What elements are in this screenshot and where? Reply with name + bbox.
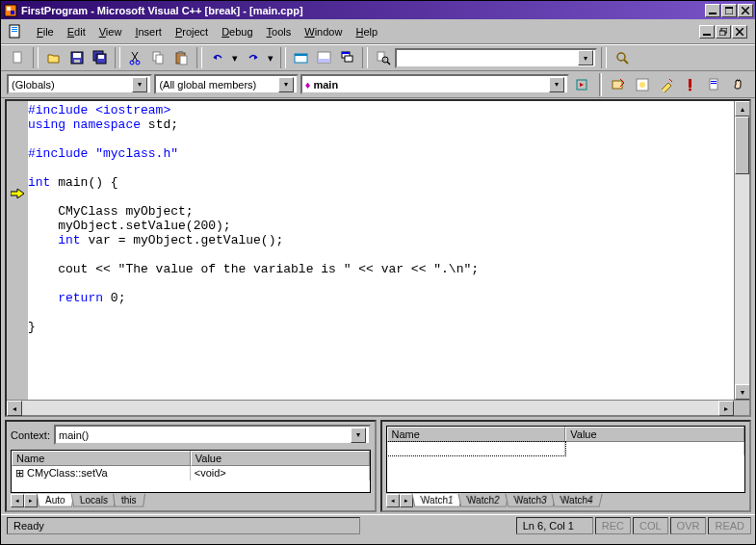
minimize-button[interactable] [705,4,720,17]
cell-value[interactable]: <void> [191,466,370,480]
svg-rect-1 [7,7,11,11]
menu-tools[interactable]: Tools [260,23,299,40]
open-button[interactable] [42,47,65,68]
scope-combo[interactable]: (Globals)▾ [7,74,152,94]
window-list-button[interactable] [336,47,358,68]
vertical-scrollbar[interactable]: ▴ ▾ [734,101,749,400]
close-button[interactable] [738,4,753,17]
tab-scroll-right[interactable]: ▸ [24,494,38,507]
undo-button[interactable] [206,47,228,68]
tab-locals[interactable]: Locals [70,494,117,507]
svg-rect-2 [11,11,14,14]
context-label: Context: [11,429,50,441]
watch-grid[interactable]: NameValue [386,426,746,493]
svg-point-48 [689,88,691,91]
cell-name[interactable] [387,442,566,455]
menu-project[interactable]: Project [169,23,215,40]
tab-watch4[interactable]: Watch4 [551,494,602,507]
wizard-action1-button[interactable] [608,74,630,95]
tab-watch3[interactable]: Watch3 [505,494,556,507]
status-ovr: OVR [670,517,707,534]
function-combo[interactable]: ♦main▾ [300,74,569,94]
code-text[interactable]: #include <iostream> using namespace std;… [28,101,734,400]
scroll-left-button[interactable]: ◂ [7,401,22,416]
col-name[interactable]: Name [387,427,566,442]
cut-button[interactable] [124,47,146,68]
scroll-up-button[interactable]: ▴ [735,101,749,117]
cell-value[interactable] [565,442,744,455]
workspace-button[interactable] [290,47,312,68]
wizard-action3-button[interactable] [655,74,677,95]
code-editor[interactable]: #include <iostream> using namespace std;… [7,101,749,400]
scope-value: (Globals) [12,79,55,91]
menu-insert[interactable]: Insert [128,23,169,40]
new-class-button[interactable] [703,74,725,95]
variables-grid[interactable]: NameValue ⊞ CMyClass::setVa <void> [11,450,371,493]
tab-this[interactable]: this [113,494,145,507]
menu-edit[interactable]: Edit [61,23,92,40]
window-title: FirstProgram - Microsoft Visual C++ [bre… [21,5,705,16]
app-icon [3,3,18,18]
context-value: main() [59,429,89,441]
tab-auto[interactable]: Auto [37,494,74,507]
mdi-close-button[interactable] [732,25,747,39]
menu-bar: FileEditViewInsertProjectDebugToolsWindo… [1,19,755,44]
redo-dropdown[interactable]: ▾ [265,47,276,68]
tab-scroll-right[interactable]: ▸ [400,494,413,507]
svg-line-40 [387,62,390,65]
menu-view[interactable]: View [92,23,129,40]
scroll-thumb[interactable] [735,117,749,174]
svg-rect-29 [180,56,187,65]
document-icon[interactable] [7,23,24,40]
breakpoint-button[interactable] [679,74,701,95]
tab-scroll-left[interactable]: ◂ [11,494,24,507]
cell-name[interactable]: ⊞ CMyClass::setVa [12,466,191,480]
hand-button[interactable] [727,74,749,95]
col-name[interactable]: Name [12,451,191,466]
scroll-right-button[interactable]: ▸ [718,401,734,416]
tab-watch2[interactable]: Watch2 [457,494,508,507]
goto-button[interactable] [571,74,593,95]
svg-line-42 [624,60,628,64]
svg-rect-23 [98,55,104,59]
find-combo[interactable]: ▾ [395,48,597,68]
menu-help[interactable]: Help [349,23,384,40]
col-value[interactable]: Value [565,427,744,442]
menu-window[interactable]: Window [298,23,349,40]
svg-rect-36 [345,56,352,62]
svg-rect-12 [703,34,711,36]
variables-panel: Context: main()▾ NameValue ⊞ CMyClass::s… [5,420,377,512]
find-in-files-button[interactable] [372,47,394,68]
standard-toolbar: ▾ ▾ ▾ [1,44,755,71]
save-all-button[interactable] [89,47,111,68]
undo-dropdown[interactable]: ▾ [229,47,241,68]
members-combo[interactable]: (All global members)▾ [154,74,298,94]
col-value[interactable]: Value [191,451,370,466]
context-combo[interactable]: main()▾ [54,425,371,445]
svg-rect-47 [689,79,691,88]
tab-watch1[interactable]: Watch1 [411,494,462,507]
paste-button[interactable] [170,47,193,68]
tab-scroll-left[interactable]: ◂ [386,494,400,507]
mdi-restore-button[interactable] [716,25,731,39]
status-bar: Ready Ln 6, Col 1 REC COL OVR READ [1,514,755,535]
svg-rect-49 [710,79,717,90]
save-button[interactable] [65,47,88,68]
svg-rect-50 [711,81,717,82]
scroll-down-button[interactable]: ▾ [735,384,749,400]
svg-rect-44 [613,81,622,89]
copy-button[interactable] [147,47,169,68]
search-button[interactable] [611,47,633,68]
horizontal-scrollbar[interactable]: ◂ ▸ [7,400,749,415]
menu-debug[interactable]: Debug [215,23,259,40]
editor-area: #include <iostream> using namespace std;… [1,98,755,418]
mdi-minimize-button[interactable] [699,25,715,39]
new-text-file-button[interactable] [7,47,29,68]
redo-button[interactable] [242,47,264,68]
maximize-button[interactable] [721,4,737,17]
wizard-bar: (Globals)▾ (All global members)▾ ♦main▾ [1,71,755,98]
status-col: COL [633,517,668,534]
wizard-action2-button[interactable] [631,74,653,95]
output-button[interactable] [313,47,335,68]
menu-file[interactable]: File [30,23,61,40]
